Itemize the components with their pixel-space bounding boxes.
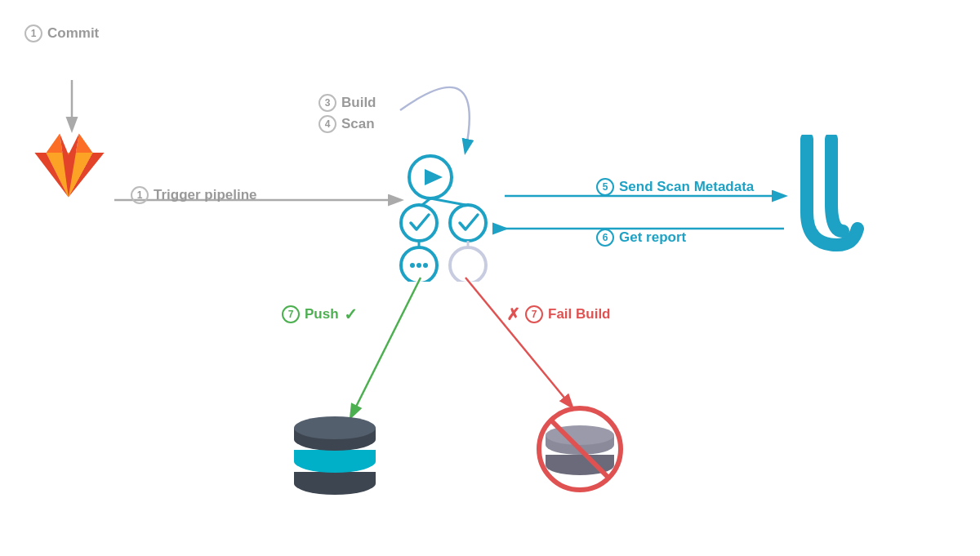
commit-label: 1 Commit	[24, 24, 99, 42]
fail-build-badge: 7	[525, 305, 543, 323]
build-scan-group: 3 Build 4 Scan	[318, 94, 376, 133]
commit-text: Commit	[47, 25, 99, 42]
fail-build-text: Fail Build	[548, 306, 611, 322]
svg-point-13	[423, 263, 428, 268]
get-report-label: 6 Get report	[596, 229, 686, 247]
get-report-badge: 6	[596, 229, 614, 247]
svg-rect-27	[546, 455, 614, 465]
svg-line-5	[466, 278, 572, 407]
scan-label: 4 Scan	[318, 115, 376, 133]
push-text: Push	[305, 306, 339, 322]
svg-line-16	[430, 198, 466, 205]
trigger-text: Trigger pipeline	[154, 187, 257, 203]
svg-rect-22	[294, 450, 376, 461]
push-checkmark: ✓	[344, 305, 358, 324]
scan-badge: 4	[318, 115, 336, 133]
svg-point-9	[450, 205, 486, 241]
trigger-badge: 1	[131, 186, 149, 204]
send-scan-label: 5 Send Scan Metadata	[596, 178, 754, 196]
blocked-icon	[535, 404, 625, 497]
scan-text: Scan	[341, 116, 375, 132]
svg-point-25	[294, 416, 376, 439]
svg-rect-20	[294, 472, 376, 483]
tines-logo	[792, 135, 866, 256]
pipeline-icon	[396, 151, 510, 285]
build-label: 3 Build	[318, 94, 376, 112]
svg-line-4	[351, 278, 421, 416]
send-scan-text: Send Scan Metadata	[619, 179, 754, 195]
push-label: 7 Push ✓	[282, 305, 358, 324]
svg-point-14	[450, 247, 486, 282]
trigger-pipeline-label: 1 Trigger pipeline	[131, 186, 257, 204]
diagram: 1 Commit 1 Trigger pipeline 3 Build 4 Sc…	[0, 0, 980, 556]
build-text: Build	[341, 95, 376, 111]
svg-marker-7	[425, 169, 443, 185]
commit-badge: 1	[24, 24, 42, 42]
get-report-text: Get report	[619, 229, 686, 246]
fail-build-label: ✗ 7 Fail Build	[506, 305, 611, 324]
svg-point-11	[410, 263, 415, 268]
gitlab-logo	[33, 131, 106, 203]
push-badge: 7	[282, 305, 300, 323]
fail-x-mark: ✗	[506, 305, 520, 324]
send-scan-badge: 5	[596, 178, 614, 196]
svg-point-8	[401, 205, 437, 241]
build-badge: 3	[318, 94, 336, 112]
stack-icon	[290, 416, 380, 501]
svg-point-12	[416, 263, 421, 268]
